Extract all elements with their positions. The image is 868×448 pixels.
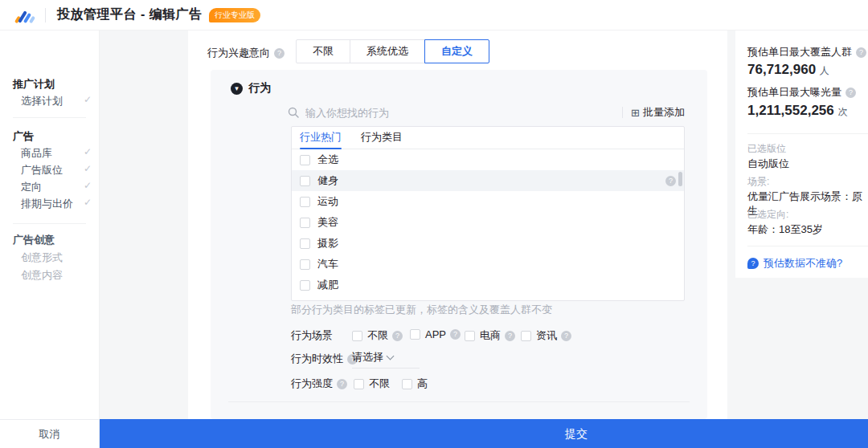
behavior-interest-options: 不限 系统优选 自定义 [296,39,489,63]
summary-divider [747,133,868,134]
sidebar-item-creative-form[interactable]: 创意形式 [21,250,92,265]
help-icon[interactable]: ? [505,331,515,341]
tab-industry-hot[interactable]: 行业热门 [300,127,342,149]
list-item-photography[interactable]: 摄影 [292,233,684,254]
sidebar-divider [13,117,86,118]
cancel-button[interactable]: 取消 [0,419,100,448]
sidebar-item-targeting[interactable]: 定向 ✓ [21,180,92,194]
submit-button[interactable]: 提交 [100,419,868,448]
list-item-select-all[interactable]: 全选 [292,149,684,170]
checkbox[interactable] [402,379,412,389]
behavior-strength-label: 行为强度 ? [291,377,347,391]
checkbox[interactable] [300,218,310,228]
cover-value: 76,712,960 人 [747,62,829,78]
sidebar-item-select-plan[interactable]: 选择计划 ✓ [21,94,92,108]
help-icon[interactable]: ? [337,379,347,389]
strength-option-unlimited[interactable]: 不限 [354,377,390,391]
collapse-icon[interactable]: ▾ [231,83,243,95]
scene-option-ecommerce[interactable]: 电商 ? [465,328,515,343]
help-icon[interactable]: ? [392,331,403,341]
sidebar-group-plan: 推广计划 [13,77,55,92]
brand-logo-icon [16,7,35,23]
help-icon[interactable]: ? [856,47,866,58]
custom-behavior-panel: ▾ 行为 ⊞ 批量添加 行业热门 行为类目 全选 [211,70,707,419]
behavior-tags-box: 行业热门 行为类目 全选 健身 ? 运动 [291,126,685,301]
targeting-label: 已选定向: [747,208,788,222]
behavior-timeliness-label: 行为时效性 ? [291,352,358,366]
targeting-form: 行为兴趣意向 ? 不限 系统优选 自定义 ▾ 行为 ⊞ 批量添加 行业热门 [188,31,727,419]
behavior-tag-list: 全选 健身 ? 运动 美容 摄影 [292,149,684,300]
summary-divider [747,246,868,246]
batch-divider [622,107,623,118]
list-item-sports[interactable]: 运动 [292,191,684,212]
exposure-unit: 次 [838,106,848,117]
checkbox[interactable] [300,280,310,291]
exposure-value: 1,211,552,256 次 [747,103,848,119]
step-sidebar: 推广计划 选择计划 ✓ 广告 商品库 ✓ 广告版位 ✓ 定向 ✓ 排期与出价 ✓… [0,31,100,419]
sidebar-item-product-library[interactable]: 商品库 ✓ [21,146,92,161]
option-system-optimized[interactable]: 系统优选 [350,39,425,63]
behavior-interest-label: 行为兴趣意向 ? [207,46,285,60]
behavior-search-row: ⊞ 批量添加 [288,102,685,123]
tag-update-note: 部分行为类目的标签已更新，标签的含义及覆盖人群不变 [291,303,552,317]
option-custom[interactable]: 自定义 [424,39,489,63]
behavior-tabs: 行业热门 行为类目 [292,127,684,149]
scrollbar-thumb[interactable] [678,172,682,186]
help-icon[interactable]: ? [665,176,676,186]
checkbox[interactable] [521,331,531,341]
exposure-label: 预估单日最大曝光量 ? [747,85,856,100]
batch-add-button[interactable]: ⊞ 批量添加 [631,105,685,120]
check-icon: ✓ [84,94,92,108]
check-icon: ✓ [84,180,92,194]
placement-value: 自动版位 [747,157,789,171]
scene-option-unlimited[interactable]: 不限 ? [352,328,403,343]
behavior-title: 行为 [248,81,271,96]
checkbox[interactable] [300,197,310,207]
help-icon[interactable]: ? [561,331,571,341]
help-icon[interactable]: ? [845,88,856,98]
checkbox[interactable] [300,259,310,270]
list-item-weight-loss[interactable]: 减肥 [292,275,684,295]
check-icon: ✓ [84,163,92,177]
checkbox[interactable] [352,331,362,341]
check-icon: ✓ [84,146,92,161]
behavior-section-header: ▾ 行为 [231,81,271,96]
checkbox[interactable] [465,331,475,341]
app-header: 投放管理平台 - 编辑广告 行业专业版 [0,0,868,31]
sidebar-divider [13,223,86,224]
page-title: 投放管理平台 - 编辑广告 [57,6,203,23]
header-divider [45,8,46,22]
checkbox[interactable] [300,176,310,186]
checkbox[interactable] [410,329,420,340]
timeliness-select[interactable]: 请选择 [352,350,420,369]
cover-unit: 人 [820,65,829,76]
edition-badge: 行业专业版 [209,8,260,22]
list-item-fitness[interactable]: 健身 ? [292,170,684,191]
cover-label: 预估单日最大覆盖人群 ? [747,45,866,59]
behavior-search-input[interactable] [305,107,614,119]
strength-option-high[interactable]: 高 [402,377,428,391]
chevron-down-icon [387,352,395,360]
targeting-value: 年龄：18至35岁 [747,222,823,237]
tab-behavior-category[interactable]: 行为类目 [361,127,403,149]
list-item-car[interactable]: 汽车 [292,254,684,275]
scene-option-news[interactable]: 资讯 ? [521,328,571,343]
scene-option-app[interactable]: APP ? [410,328,461,340]
placement-label: 已选版位 [747,142,786,156]
sidebar-item-creative-content[interactable]: 创意内容 [21,268,92,283]
estimate-summary-card: 预估单日最大覆盖人群 ? 76,712,960 人 预估单日最大曝光量 ? 1,… [735,31,868,278]
estimate-feedback-link[interactable]: ? 预估数据不准确? [747,256,842,271]
help-icon[interactable]: ? [274,48,285,59]
behavior-scene-label: 行为场景 [291,328,333,343]
sidebar-group-ad: 广告 [13,129,34,144]
check-icon: ✓ [84,197,92,211]
help-icon[interactable]: ? [450,329,461,340]
panel-divider [228,401,690,402]
checkbox[interactable] [300,155,310,165]
checkbox[interactable] [300,238,310,249]
checkbox[interactable] [354,379,364,389]
option-unlimited[interactable]: 不限 [296,39,350,63]
sidebar-item-ad-placement[interactable]: 广告版位 ✓ [21,163,92,177]
sidebar-item-schedule-bid[interactable]: 排期与出价 ✓ [21,197,92,211]
list-item-beauty[interactable]: 美容 [292,212,684,233]
